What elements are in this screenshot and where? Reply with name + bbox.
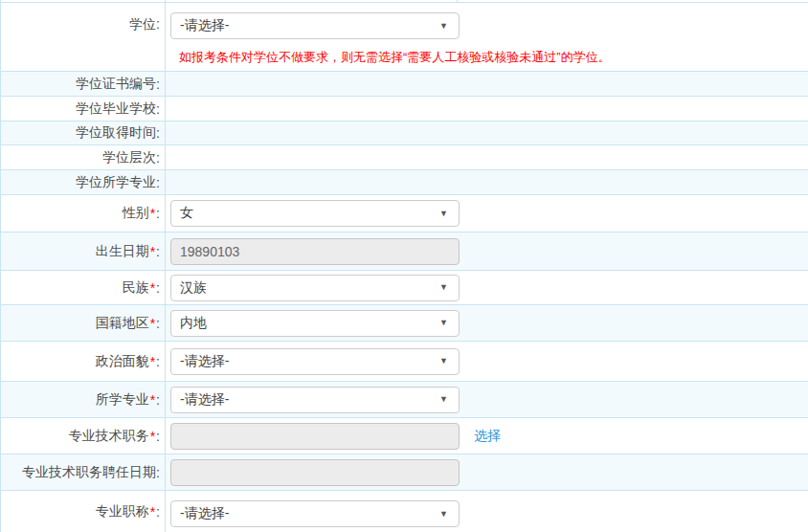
dropdown-caret-icon: ▼ [439, 357, 448, 366]
label-colon: : [156, 125, 160, 141]
degree-note: 如报考条件对学位不做要求，则无需选择“需要人工核验或核验未通过”的学位。 [170, 49, 611, 66]
dropdown-caret-icon: ▼ [439, 22, 448, 31]
label-colon: : [156, 101, 160, 117]
tech-position-hire-date-input [170, 459, 460, 486]
required-mark: * [150, 429, 155, 444]
field-label: 出生日期*: [1, 233, 166, 270]
field-label: 专业技术职务聘任日期: [1, 454, 166, 490]
field-label: 国籍地区*: [1, 305, 166, 341]
form-row-professional-title: 专业职称*: -请选择- ▼ [1, 491, 808, 532]
field-label-text: 专业职称 [96, 503, 149, 521]
label-colon: : [156, 429, 160, 444]
label-colon: : [156, 504, 160, 520]
form-row-degree-level: 学位层次: [1, 145, 808, 170]
dropdown-caret-icon: ▼ [439, 319, 448, 327]
dropdown-caret-icon: ▼ [439, 510, 448, 519]
field-label-text: 民族 [123, 279, 149, 297]
form-row-tech-position-hire-date: 专业技术职务聘任日期: [1, 454, 808, 491]
gender-select[interactable]: 女 ▼ [170, 200, 460, 227]
field-label: 性别*: [1, 195, 166, 232]
label-colon: : [156, 316, 160, 331]
form-row-gender: 性别*: 女 ▼ [1, 195, 808, 233]
field-label: 学位证书编号: [1, 72, 166, 96]
field-label: 学位层次: [1, 145, 166, 169]
required-mark: * [150, 316, 155, 331]
label-colon: : [156, 77, 160, 92]
form-row-degree-cert-no: 学位证书编号: [1, 72, 808, 97]
field-label: 学位: [1, 3, 166, 71]
empty-value-cell [166, 72, 808, 96]
form-row-nationality-region: 国籍地区*: 内地 ▼ [1, 305, 808, 342]
field-label-text: 性别 [123, 205, 149, 222]
field-label-text: 学位证书编号 [76, 76, 156, 93]
political-status-select-value: -请选择- [180, 353, 229, 370]
empty-value-cell [166, 170, 808, 194]
field-label: 学位取得时间: [1, 122, 166, 144]
field-label-text: 专业技术职务聘任日期 [22, 464, 156, 481]
form-row-birth-date: 出生日期*: 19890103 [1, 233, 808, 271]
label-colon: : [156, 16, 160, 32]
form-row-degree-major: 学位所学专业: [1, 170, 808, 195]
sliver-label-cell [1, 0, 166, 2]
field-label-text: 学位所学专业 [76, 174, 156, 191]
ethnicity-select-value: 汉族 [180, 279, 207, 297]
degree-select[interactable]: -请选择- ▼ [170, 12, 460, 39]
field-label-text: 国籍地区 [96, 315, 149, 332]
degree-select-value: -请选择- [180, 17, 229, 34]
required-mark: * [150, 206, 155, 221]
major-select[interactable]: -请选择- ▼ [170, 387, 460, 413]
label-colon: : [156, 354, 160, 369]
field-label: 所学专业*: [1, 382, 166, 417]
gender-select-value: 女 [180, 205, 193, 222]
form-row-political-status: 政治面貌*: -请选择- ▼ [1, 342, 808, 382]
dropdown-caret-icon: ▼ [439, 395, 448, 404]
dropdown-caret-icon: ▼ [439, 210, 448, 218]
field-label-text: 出生日期 [96, 243, 149, 260]
label-colon: : [156, 206, 160, 221]
required-mark: * [150, 392, 155, 408]
field-label-text: 学位 [129, 16, 156, 33]
choose-link[interactable]: 选择 [474, 428, 501, 445]
political-status-select[interactable]: -请选择- ▼ [170, 348, 460, 375]
nationality-region-select-value: 内地 [180, 315, 207, 332]
sliver-field-cell [166, 0, 458, 2]
professional-title-select[interactable]: -请选择- ▼ [170, 500, 460, 527]
birth-date-input: 19890103 [170, 238, 460, 265]
form-row-degree-date: 学位取得时间: [1, 122, 808, 145]
dropdown-caret-icon: ▼ [439, 283, 448, 292]
sliver-extra-cell [458, 0, 808, 2]
label-colon: : [156, 175, 160, 190]
field-label-text: 所学专业 [96, 391, 149, 409]
label-colon: : [156, 465, 160, 480]
field-label: 民族*: [1, 271, 166, 304]
major-select-value: -请选择- [180, 391, 229, 409]
label-colon: : [156, 392, 160, 408]
field-label-text: 政治面貌 [96, 353, 149, 370]
field-label: 专业职称*: [1, 491, 166, 532]
field-label: 专业技术职务*: [1, 418, 166, 454]
label-colon: : [156, 150, 160, 166]
field-label-text: 专业技术职务 [69, 428, 149, 445]
empty-value-cell [166, 122, 808, 144]
ethnicity-select[interactable]: 汉族 ▼ [170, 275, 460, 301]
registration-form-table: 学位: -请选择- ▼ 如报考条件对学位不做要求，则无需选择“需要人工核验或核验… [0, 0, 808, 532]
field-label-text: 学位毕业学校 [76, 100, 156, 118]
form-row-major: 所学专业*: -请选择- ▼ [1, 382, 808, 418]
field-label: 学位毕业学校: [1, 97, 166, 121]
empty-value-cell [166, 97, 808, 121]
nationality-region-select[interactable]: 内地 ▼ [170, 310, 460, 337]
label-colon: : [156, 244, 160, 259]
field-label-text: 学位层次 [102, 149, 156, 166]
tech-position-input [170, 423, 460, 450]
required-mark: * [150, 354, 155, 369]
required-mark: * [150, 244, 155, 259]
form-row-tech-position: 专业技术职务*: 选择 [1, 418, 808, 454]
form-row-ethnicity: 民族*: 汉族 ▼ [1, 271, 808, 305]
required-mark: * [150, 504, 155, 520]
field-label: 学位所学专业: [1, 170, 166, 194]
birth-date-value: 19890103 [180, 244, 239, 259]
form-row-degree: 学位: -请选择- ▼ 如报考条件对学位不做要求，则无需选择“需要人工核验或核验… [1, 3, 808, 72]
empty-value-cell [166, 145, 808, 169]
field-label-text: 学位取得时间 [76, 124, 156, 142]
label-colon: : [156, 280, 160, 296]
